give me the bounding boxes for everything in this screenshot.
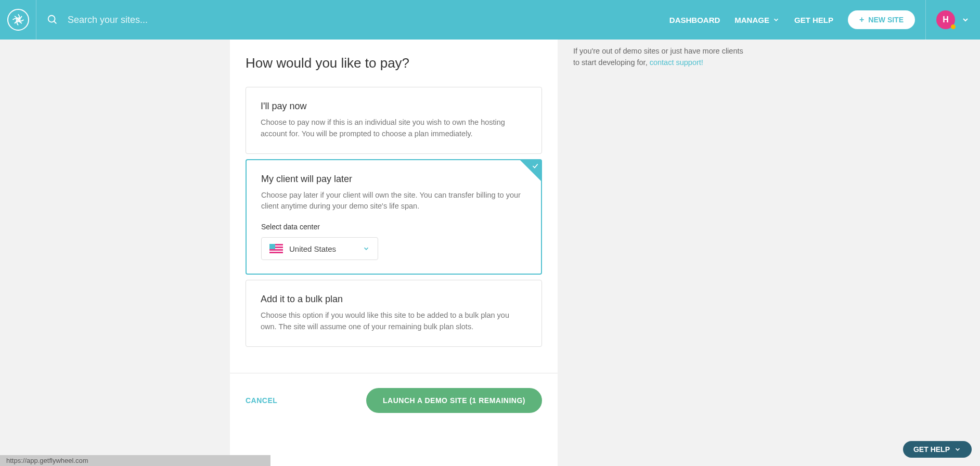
option-bulk-plan[interactable]: Add it to a bulk plan Choose this option…: [246, 280, 542, 347]
selected-corner-icon: [520, 160, 541, 181]
flywheel-logo-icon: [7, 9, 29, 31]
main-panel: How would you like to pay? I'll pay now …: [230, 40, 558, 466]
nav-manage-label: MANAGE: [734, 16, 769, 24]
data-center-label: Select data center: [261, 223, 526, 231]
launch-demo-button[interactable]: LAUNCH A DEMO SITE (1 REMAINING): [366, 388, 542, 413]
svg-point-1: [48, 16, 55, 22]
chevron-down-icon: [954, 446, 961, 453]
option-pay-now-desc: Choose to pay now if this is an individu…: [261, 117, 527, 140]
option-bulk-desc: Choose this option if you would like thi…: [261, 310, 527, 333]
footer-bar: CANCEL LAUNCH A DEMO SITE (1 REMAINING): [230, 373, 558, 413]
header: DASHBOARD MANAGE GET HELP + NEW SITE H: [0, 0, 980, 40]
page-title: How would you like to pay?: [246, 55, 542, 71]
nav: DASHBOARD MANAGE GET HELP + NEW SITE: [669, 10, 915, 29]
search-input[interactable]: [68, 15, 276, 25]
option-client-desc: Choose pay later if your client will own…: [261, 190, 526, 213]
plus-icon: +: [859, 15, 864, 24]
new-site-label: NEW SITE: [868, 16, 904, 24]
chevron-down-icon: [363, 245, 370, 252]
get-help-pill[interactable]: GET HELP: [903, 441, 972, 458]
option-pay-now[interactable]: I'll pay now Choose to pay now if this i…: [246, 87, 542, 154]
avatar-wrap[interactable]: H: [925, 0, 970, 40]
option-bulk-title: Add it to a bulk plan: [261, 294, 527, 305]
nav-get-help-label: GET HELP: [794, 16, 833, 24]
search-wrap: [36, 14, 669, 25]
nav-get-help[interactable]: GET HELP: [794, 16, 833, 24]
logo-wrap[interactable]: [0, 0, 36, 40]
panel-wrap: How would you like to pay? I'll pay now …: [230, 40, 750, 466]
us-flag-icon: [269, 244, 283, 253]
avatar: H: [936, 10, 955, 29]
search-icon: [47, 14, 58, 25]
avatar-initial: H: [943, 15, 949, 24]
chevron-down-icon: [961, 16, 970, 24]
get-help-pill-label: GET HELP: [913, 445, 950, 454]
new-site-button[interactable]: + NEW SITE: [848, 10, 915, 29]
option-client-title: My client will pay later: [261, 174, 526, 185]
data-center-select[interactable]: United States: [261, 237, 378, 260]
nav-dashboard[interactable]: DASHBOARD: [669, 16, 720, 24]
data-center-value: United States: [289, 244, 363, 253]
option-pay-now-title: I'll pay now: [261, 101, 527, 112]
svg-line-2: [54, 21, 57, 24]
side-info: If you're out of demo sites or just have…: [573, 40, 750, 466]
nav-dashboard-label: DASHBOARD: [669, 16, 720, 24]
notification-dot-icon: [951, 24, 956, 29]
contact-support-link[interactable]: contact support!: [650, 58, 703, 67]
page: How would you like to pay? I'll pay now …: [0, 0, 980, 466]
nav-manage[interactable]: MANAGE: [734, 16, 780, 24]
cancel-button[interactable]: CANCEL: [246, 396, 277, 405]
option-client-pay-later[interactable]: My client will pay later Choose pay late…: [246, 159, 542, 275]
status-bar-url: https://app.getflywheel.com: [0, 455, 270, 466]
chevron-down-icon: [772, 16, 780, 23]
